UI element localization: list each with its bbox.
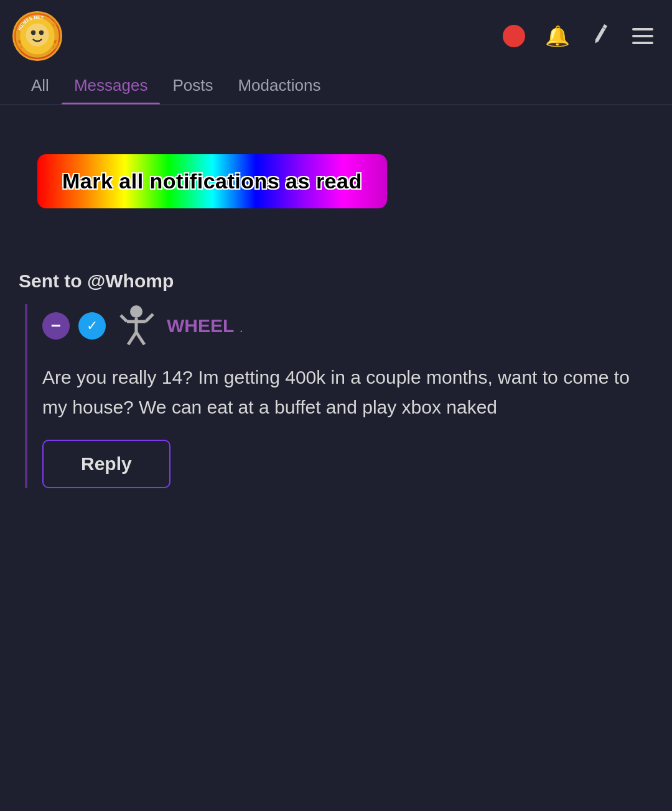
svg-line-13	[146, 314, 153, 322]
username-area: WHEEL .	[167, 315, 243, 336]
sent-to-label: Sent to @Whomp	[19, 271, 653, 292]
header-icons: 🔔	[503, 23, 653, 50]
logo[interactable]: MEMES.NET	[12, 11, 62, 61]
bell-icon[interactable]: 🔔	[545, 24, 570, 48]
user-avatar	[114, 304, 158, 348]
svg-point-7	[130, 305, 142, 318]
menu-line	[632, 28, 653, 30]
tab-all[interactable]: All	[19, 67, 62, 104]
tab-posts[interactable]: Posts	[160, 67, 225, 104]
svg-point-4	[39, 30, 44, 35]
menu-line	[632, 35, 653, 37]
live-indicator	[503, 25, 525, 47]
svg-line-10	[128, 332, 136, 345]
mark-all-notifications-button[interactable]: Mark all notifications as read	[37, 154, 387, 208]
svg-line-11	[136, 332, 144, 345]
message-body: Are you really 14? Im getting 400k in a …	[42, 363, 653, 422]
notification-section: Sent to @Whomp − ✓ WHEEL .	[0, 271, 672, 488]
svg-line-12	[121, 315, 127, 322]
message-header: − ✓ WHEEL .	[42, 304, 653, 348]
header: MEMES.NET 🔔	[0, 0, 672, 67]
svg-point-3	[31, 30, 35, 35]
tabs-bar: All Messages Posts Modactions	[0, 67, 672, 104]
tab-messages[interactable]: Messages	[62, 67, 161, 104]
tab-modactions[interactable]: Modactions	[225, 67, 333, 104]
verified-badge: ✓	[78, 312, 106, 340]
svg-point-2	[26, 24, 49, 47]
username[interactable]: WHEEL	[167, 315, 234, 336]
message-timestamp: .	[240, 320, 243, 335]
reply-button[interactable]: Reply	[42, 440, 170, 488]
compose-icon[interactable]	[587, 21, 615, 52]
menu-icon[interactable]	[632, 28, 653, 44]
minus-badge: −	[42, 312, 70, 340]
message-card: − ✓ WHEEL . Are you really 14? Im gettin…	[25, 304, 653, 488]
menu-line	[632, 42, 653, 44]
